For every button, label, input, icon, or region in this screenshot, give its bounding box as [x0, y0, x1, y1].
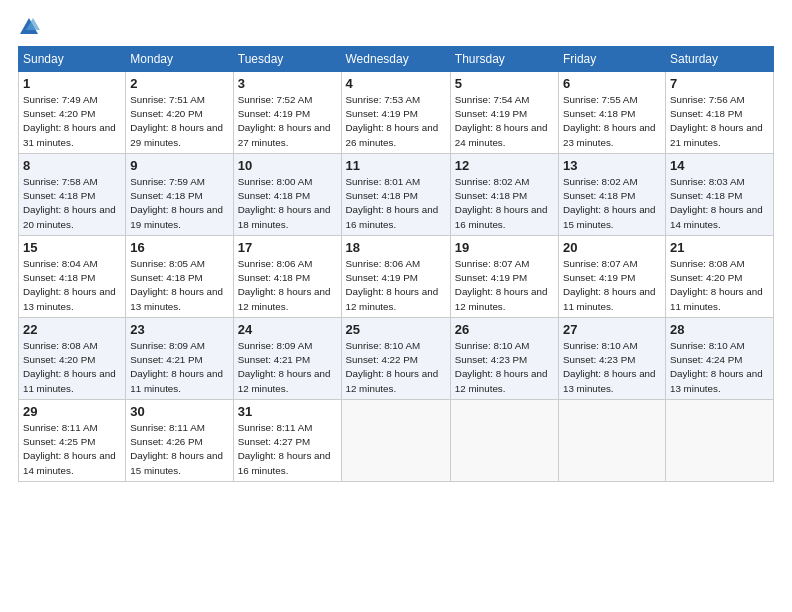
day-info: Sunrise: 8:06 AM Sunset: 4:19 PM Dayligh…	[346, 257, 446, 314]
calendar-cell: 21 Sunrise: 8:08 AM Sunset: 4:20 PM Dayl…	[666, 236, 774, 318]
day-number: 1	[23, 76, 121, 91]
day-number: 13	[563, 158, 661, 173]
calendar-cell: 16 Sunrise: 8:05 AM Sunset: 4:18 PM Dayl…	[126, 236, 233, 318]
day-info: Sunrise: 7:51 AM Sunset: 4:20 PM Dayligh…	[130, 93, 228, 150]
calendar-cell: 29 Sunrise: 8:11 AM Sunset: 4:25 PM Dayl…	[19, 400, 126, 482]
day-number: 29	[23, 404, 121, 419]
weekday-tuesday: Tuesday	[233, 47, 341, 72]
day-number: 10	[238, 158, 337, 173]
day-number: 7	[670, 76, 769, 91]
day-info: Sunrise: 8:02 AM Sunset: 4:18 PM Dayligh…	[455, 175, 554, 232]
day-info: Sunrise: 8:10 AM Sunset: 4:23 PM Dayligh…	[455, 339, 554, 396]
day-info: Sunrise: 8:03 AM Sunset: 4:18 PM Dayligh…	[670, 175, 769, 232]
day-number: 21	[670, 240, 769, 255]
day-info: Sunrise: 8:05 AM Sunset: 4:18 PM Dayligh…	[130, 257, 228, 314]
day-number: 26	[455, 322, 554, 337]
day-number: 23	[130, 322, 228, 337]
day-info: Sunrise: 8:01 AM Sunset: 4:18 PM Dayligh…	[346, 175, 446, 232]
calendar-cell: 19 Sunrise: 8:07 AM Sunset: 4:19 PM Dayl…	[450, 236, 558, 318]
day-info: Sunrise: 7:52 AM Sunset: 4:19 PM Dayligh…	[238, 93, 337, 150]
calendar-body: 1 Sunrise: 7:49 AM Sunset: 4:20 PM Dayli…	[19, 72, 774, 482]
day-info: Sunrise: 7:49 AM Sunset: 4:20 PM Dayligh…	[23, 93, 121, 150]
day-number: 18	[346, 240, 446, 255]
day-number: 28	[670, 322, 769, 337]
calendar-cell	[450, 400, 558, 482]
week-row-2: 8 Sunrise: 7:58 AM Sunset: 4:18 PM Dayli…	[19, 154, 774, 236]
day-info: Sunrise: 8:06 AM Sunset: 4:18 PM Dayligh…	[238, 257, 337, 314]
day-info: Sunrise: 8:02 AM Sunset: 4:18 PM Dayligh…	[563, 175, 661, 232]
calendar-cell: 4 Sunrise: 7:53 AM Sunset: 4:19 PM Dayli…	[341, 72, 450, 154]
day-info: Sunrise: 8:10 AM Sunset: 4:23 PM Dayligh…	[563, 339, 661, 396]
calendar-cell: 3 Sunrise: 7:52 AM Sunset: 4:19 PM Dayli…	[233, 72, 341, 154]
day-info: Sunrise: 7:56 AM Sunset: 4:18 PM Dayligh…	[670, 93, 769, 150]
calendar-cell: 15 Sunrise: 8:04 AM Sunset: 4:18 PM Dayl…	[19, 236, 126, 318]
day-info: Sunrise: 7:59 AM Sunset: 4:18 PM Dayligh…	[130, 175, 228, 232]
calendar-cell: 7 Sunrise: 7:56 AM Sunset: 4:18 PM Dayli…	[666, 72, 774, 154]
day-number: 30	[130, 404, 228, 419]
calendar-cell: 9 Sunrise: 7:59 AM Sunset: 4:18 PM Dayli…	[126, 154, 233, 236]
day-info: Sunrise: 7:54 AM Sunset: 4:19 PM Dayligh…	[455, 93, 554, 150]
weekday-friday: Friday	[558, 47, 665, 72]
day-number: 11	[346, 158, 446, 173]
calendar-cell: 31 Sunrise: 8:11 AM Sunset: 4:27 PM Dayl…	[233, 400, 341, 482]
day-number: 27	[563, 322, 661, 337]
week-row-4: 22 Sunrise: 8:08 AM Sunset: 4:20 PM Dayl…	[19, 318, 774, 400]
day-info: Sunrise: 8:09 AM Sunset: 4:21 PM Dayligh…	[130, 339, 228, 396]
calendar-cell: 13 Sunrise: 8:02 AM Sunset: 4:18 PM Dayl…	[558, 154, 665, 236]
calendar-cell: 12 Sunrise: 8:02 AM Sunset: 4:18 PM Dayl…	[450, 154, 558, 236]
calendar-cell: 20 Sunrise: 8:07 AM Sunset: 4:19 PM Dayl…	[558, 236, 665, 318]
day-number: 3	[238, 76, 337, 91]
day-info: Sunrise: 8:11 AM Sunset: 4:27 PM Dayligh…	[238, 421, 337, 478]
calendar-cell: 2 Sunrise: 7:51 AM Sunset: 4:20 PM Dayli…	[126, 72, 233, 154]
calendar-cell: 28 Sunrise: 8:10 AM Sunset: 4:24 PM Dayl…	[666, 318, 774, 400]
day-number: 4	[346, 76, 446, 91]
day-info: Sunrise: 8:09 AM Sunset: 4:21 PM Dayligh…	[238, 339, 337, 396]
calendar-page: SundayMondayTuesdayWednesdayThursdayFrid…	[0, 0, 792, 612]
day-info: Sunrise: 7:55 AM Sunset: 4:18 PM Dayligh…	[563, 93, 661, 150]
day-number: 12	[455, 158, 554, 173]
day-info: Sunrise: 8:11 AM Sunset: 4:25 PM Dayligh…	[23, 421, 121, 478]
calendar-cell: 11 Sunrise: 8:01 AM Sunset: 4:18 PM Dayl…	[341, 154, 450, 236]
calendar-cell: 22 Sunrise: 8:08 AM Sunset: 4:20 PM Dayl…	[19, 318, 126, 400]
calendar-cell	[341, 400, 450, 482]
week-row-1: 1 Sunrise: 7:49 AM Sunset: 4:20 PM Dayli…	[19, 72, 774, 154]
day-number: 6	[563, 76, 661, 91]
day-number: 25	[346, 322, 446, 337]
calendar-cell: 6 Sunrise: 7:55 AM Sunset: 4:18 PM Dayli…	[558, 72, 665, 154]
day-number: 24	[238, 322, 337, 337]
calendar-cell: 25 Sunrise: 8:10 AM Sunset: 4:22 PM Dayl…	[341, 318, 450, 400]
calendar-cell: 30 Sunrise: 8:11 AM Sunset: 4:26 PM Dayl…	[126, 400, 233, 482]
calendar-cell	[558, 400, 665, 482]
day-number: 2	[130, 76, 228, 91]
day-number: 9	[130, 158, 228, 173]
week-row-5: 29 Sunrise: 8:11 AM Sunset: 4:25 PM Dayl…	[19, 400, 774, 482]
week-row-3: 15 Sunrise: 8:04 AM Sunset: 4:18 PM Dayl…	[19, 236, 774, 318]
day-number: 5	[455, 76, 554, 91]
weekday-sunday: Sunday	[19, 47, 126, 72]
day-info: Sunrise: 8:10 AM Sunset: 4:24 PM Dayligh…	[670, 339, 769, 396]
day-number: 20	[563, 240, 661, 255]
logo	[18, 16, 42, 38]
day-info: Sunrise: 8:04 AM Sunset: 4:18 PM Dayligh…	[23, 257, 121, 314]
day-number: 19	[455, 240, 554, 255]
calendar-cell: 5 Sunrise: 7:54 AM Sunset: 4:19 PM Dayli…	[450, 72, 558, 154]
calendar-cell: 18 Sunrise: 8:06 AM Sunset: 4:19 PM Dayl…	[341, 236, 450, 318]
weekday-header-row: SundayMondayTuesdayWednesdayThursdayFrid…	[19, 47, 774, 72]
calendar-cell: 17 Sunrise: 8:06 AM Sunset: 4:18 PM Dayl…	[233, 236, 341, 318]
day-info: Sunrise: 8:11 AM Sunset: 4:26 PM Dayligh…	[130, 421, 228, 478]
day-info: Sunrise: 8:07 AM Sunset: 4:19 PM Dayligh…	[455, 257, 554, 314]
header	[18, 16, 774, 38]
calendar-cell: 24 Sunrise: 8:09 AM Sunset: 4:21 PM Dayl…	[233, 318, 341, 400]
day-number: 22	[23, 322, 121, 337]
day-info: Sunrise: 7:53 AM Sunset: 4:19 PM Dayligh…	[346, 93, 446, 150]
day-info: Sunrise: 8:08 AM Sunset: 4:20 PM Dayligh…	[23, 339, 121, 396]
calendar-cell	[666, 400, 774, 482]
weekday-thursday: Thursday	[450, 47, 558, 72]
day-number: 8	[23, 158, 121, 173]
day-info: Sunrise: 8:00 AM Sunset: 4:18 PM Dayligh…	[238, 175, 337, 232]
weekday-monday: Monday	[126, 47, 233, 72]
calendar-cell: 10 Sunrise: 8:00 AM Sunset: 4:18 PM Dayl…	[233, 154, 341, 236]
weekday-saturday: Saturday	[666, 47, 774, 72]
calendar-cell: 8 Sunrise: 7:58 AM Sunset: 4:18 PM Dayli…	[19, 154, 126, 236]
calendar-cell: 14 Sunrise: 8:03 AM Sunset: 4:18 PM Dayl…	[666, 154, 774, 236]
